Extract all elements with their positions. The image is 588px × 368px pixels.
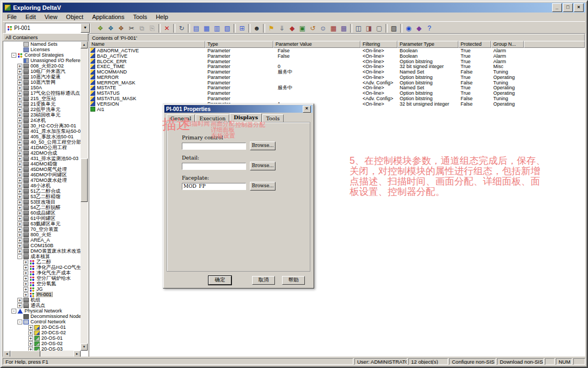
column-header-parameter-type[interactable]: Parameter Type	[397, 41, 458, 48]
expand-toggle[interactable]: +	[17, 80, 22, 85]
tree-item[interactable]: + 20-OS-01	[3, 335, 81, 341]
filter-icon[interactable]: ⊞	[237, 23, 247, 33]
dialog-title-bar[interactable]: PI-001 Properties ×	[164, 105, 313, 113]
tree-item[interactable]: + 61中间罐区	[3, 216, 81, 221]
tree-item[interactable]: Licenses	[3, 47, 81, 52]
expand-toggle[interactable]: +	[17, 64, 22, 69]
tree-item[interactable]: + 41DMO公用工程	[3, 145, 81, 150]
expand-toggle[interactable]: +	[17, 200, 22, 205]
tree-item[interactable]: + 150A	[3, 85, 81, 90]
cut-icon[interactable]: ✂	[126, 23, 137, 33]
context-help-icon[interactable]: ?	[424, 23, 434, 33]
browse-button[interactable]: Browse...	[250, 142, 275, 150]
tab-tools[interactable]: Tools	[262, 114, 284, 122]
expand-toggle[interactable]: +	[28, 325, 33, 330]
cancel-button[interactable]: 取消	[252, 276, 275, 285]
tree-item[interactable]: + 70_空分装置	[3, 226, 81, 232]
expand-toggle[interactable]: +	[17, 162, 22, 167]
expand-toggle[interactable]: +	[17, 205, 22, 210]
expand-toggle[interactable]: +	[17, 303, 22, 308]
minimize-button[interactable]: _	[552, 3, 562, 12]
tree-item[interactable]: - Physical Network	[3, 308, 81, 314]
operator-icon[interactable]: ☺	[318, 23, 328, 33]
tree-item[interactable]: + 60成品罐区	[3, 210, 81, 216]
help-button[interactable]: 帮助	[282, 276, 305, 285]
tree-item[interactable]: + 23硝回收单元	[3, 112, 81, 118]
tree-item[interactable]: - 成本核算	[3, 254, 81, 259]
expand-toggle[interactable]	[17, 314, 22, 319]
expand-toggle[interactable]: +	[17, 232, 22, 237]
tree-item[interactable]: + 45DMO尾气处理	[3, 167, 81, 172]
history-icon[interactable]: ↺	[308, 23, 318, 33]
expand-toggle[interactable]: +	[17, 129, 22, 134]
theme-icon[interactable]: ◆	[414, 23, 424, 33]
menu-tools[interactable]: Tools	[128, 13, 151, 21]
expand-toggle[interactable]: +	[23, 271, 28, 275]
new-class-icon[interactable]: ❖	[116, 23, 126, 33]
tree-item[interactable]: + 乙二醇	[3, 259, 81, 265]
tree-item[interactable]: + 20-DCS-01	[3, 324, 81, 330]
tree-item[interactable]: + 215_空压站	[3, 96, 81, 101]
tree-item[interactable]: + 008_火炬20-02	[3, 63, 81, 69]
primary-control-input[interactable]	[182, 143, 246, 150]
expand-toggle[interactable]: +	[17, 298, 22, 303]
tree-item[interactable]: + 通讯点	[3, 303, 81, 308]
expand-toggle[interactable]: +	[17, 243, 22, 248]
tree-item[interactable]: + 48小冰机	[3, 183, 81, 188]
expand-toggle[interactable]: +	[17, 227, 22, 232]
expand-toggle[interactable]: +	[17, 167, 22, 172]
expand-toggle[interactable]: +	[28, 330, 33, 335]
list-view-icon[interactable]: ▥	[212, 23, 222, 33]
expand-toggle[interactable]: +	[23, 260, 28, 265]
expand-toggle[interactable]: +	[17, 173, 22, 177]
tree-item[interactable]: + 空分厂锅炉给水	[3, 275, 81, 281]
small-icons-icon[interactable]: ▦	[201, 23, 212, 33]
expand-toggle[interactable]: +	[23, 281, 28, 286]
web-help-icon[interactable]: ◉	[403, 23, 414, 33]
batch-icon[interactable]: ▩	[339, 23, 349, 33]
expand-toggle[interactable]: +	[17, 238, 22, 243]
detail-input[interactable]	[182, 163, 246, 170]
tree-vertical-scrollbar[interactable]: ▲ ▼	[81, 41, 88, 351]
expand-toggle[interactable]: +	[17, 69, 22, 74]
expand-toggle[interactable]: +	[17, 249, 22, 254]
table-row[interactable]: BAD_ACTIVE Parameter False <On-line> Boo…	[89, 53, 585, 59]
trend-icon[interactable]: ◨	[364, 23, 374, 33]
expand-toggle[interactable]	[17, 58, 22, 63]
tree-item[interactable]: Decommissioned Nodes	[3, 314, 81, 319]
expand-toggle[interactable]: +	[17, 140, 22, 145]
tree-item[interactable]: + 63氨罐区单元	[3, 221, 81, 226]
column-header-filtering[interactable]: Filtering	[360, 41, 397, 48]
expand-toggle[interactable]	[17, 42, 22, 47]
table-row[interactable]: BLOCK_ERR Parameter <On-line> Option bit…	[89, 59, 585, 64]
expand-toggle[interactable]: +	[17, 85, 22, 90]
tree-item[interactable]: + COM150B	[3, 243, 81, 248]
expand-toggle[interactable]	[17, 47, 22, 52]
browse-button[interactable]: Browse...	[250, 182, 275, 191]
expand-toggle[interactable]: +	[23, 287, 28, 292]
expand-toggle[interactable]: +	[17, 194, 22, 199]
tree-item[interactable]: Unassigned I/O References	[3, 58, 81, 63]
ok-button[interactable]: 确定	[209, 276, 231, 285]
assign-icon[interactable]: ◆	[287, 23, 297, 33]
tree-item[interactable]: + 机组	[3, 297, 81, 303]
expand-toggle[interactable]: +	[23, 276, 28, 281]
tree-item[interactable]: + 405_事故水池50-01	[3, 134, 81, 139]
table-row[interactable]: MCOMMAND Parameter 服务中 <On-line> Named S…	[89, 69, 585, 75]
expand-toggle[interactable]: -	[11, 309, 16, 314]
tree-item[interactable]: + 53技改项目	[3, 199, 81, 205]
recipe-icon[interactable]: ▦	[328, 23, 339, 33]
tree-item[interactable]: + 20-DCS-02	[3, 330, 81, 335]
faceplate-input[interactable]	[182, 183, 246, 190]
copy-icon[interactable]: ⧉	[137, 23, 147, 33]
expand-toggle[interactable]: +	[28, 336, 33, 341]
expand-toggle[interactable]: +	[17, 183, 22, 188]
user-icon[interactable]: ☻	[252, 23, 262, 33]
film-icon[interactable]: ▨	[389, 23, 399, 33]
expand-toggle[interactable]: +	[17, 124, 22, 128]
expand-toggle[interactable]: +	[17, 222, 22, 226]
tree-item[interactable]: + 44DMO精馏	[3, 161, 81, 167]
tree-item[interactable]: - Control Network	[3, 319, 81, 324]
vertical-scroll-thumb[interactable]	[81, 158, 88, 202]
large-icons-icon[interactable]: ▤	[191, 23, 201, 33]
